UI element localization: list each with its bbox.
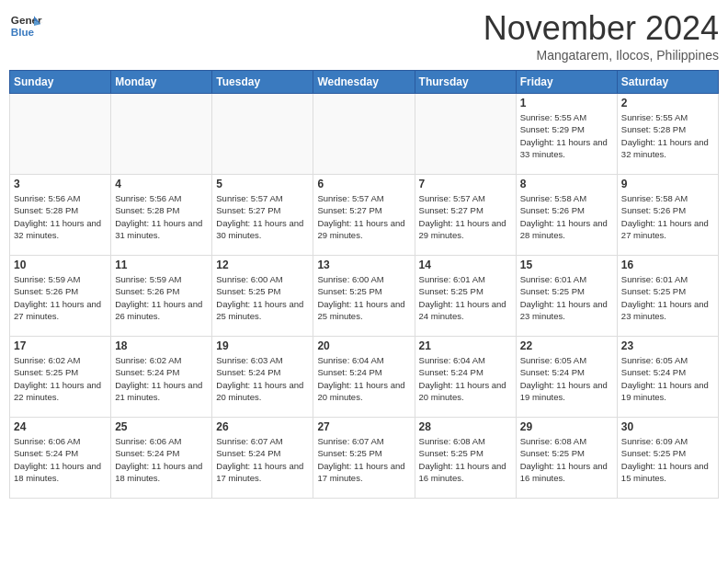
calendar-cell: 14Sunrise: 6:01 AMSunset: 5:25 PMDayligh… <box>415 256 516 337</box>
day-number: 10 <box>14 259 107 271</box>
day-number: 28 <box>419 420 512 433</box>
weekday-header: Tuesday <box>212 71 313 94</box>
day-info: Sunrise: 6:05 AMSunset: 5:24 PMDaylight:… <box>621 354 714 403</box>
day-info: Sunrise: 5:58 AMSunset: 5:26 PMDaylight:… <box>520 192 613 241</box>
calendar-cell: 30Sunrise: 6:09 AMSunset: 5:25 PMDayligh… <box>617 418 718 499</box>
logo-icon: General Blue <box>9 9 42 42</box>
day-number: 25 <box>115 420 208 433</box>
day-info: Sunrise: 5:56 AMSunset: 5:28 PMDaylight:… <box>14 192 107 241</box>
day-info: Sunrise: 5:58 AMSunset: 5:26 PMDaylight:… <box>621 192 714 241</box>
calendar-table: SundayMondayTuesdayWednesdayThursdayFrid… <box>9 70 719 499</box>
day-info: Sunrise: 6:09 AMSunset: 5:25 PMDaylight:… <box>621 435 714 484</box>
calendar-cell: 11Sunrise: 5:59 AMSunset: 5:26 PMDayligh… <box>111 256 212 337</box>
day-number: 11 <box>115 259 208 271</box>
calendar-cell: 19Sunrise: 6:03 AMSunset: 5:24 PMDayligh… <box>212 337 313 418</box>
day-number: 23 <box>621 339 714 352</box>
month-title: November 2024 <box>483 9 719 48</box>
weekday-header: Friday <box>516 71 617 94</box>
day-number: 4 <box>115 178 208 190</box>
day-number: 21 <box>419 339 512 352</box>
day-number: 18 <box>115 339 208 352</box>
day-info: Sunrise: 6:02 AMSunset: 5:25 PMDaylight:… <box>14 354 107 403</box>
calendar-week-row: 3Sunrise: 5:56 AMSunset: 5:28 PMDaylight… <box>10 175 719 256</box>
calendar-cell: 4Sunrise: 5:56 AMSunset: 5:28 PMDaylight… <box>111 175 212 256</box>
calendar-cell: 21Sunrise: 6:04 AMSunset: 5:24 PMDayligh… <box>415 337 516 418</box>
calendar-cell: 18Sunrise: 6:02 AMSunset: 5:24 PMDayligh… <box>111 337 212 418</box>
day-number: 20 <box>317 339 410 352</box>
calendar-week-row: 24Sunrise: 6:06 AMSunset: 5:24 PMDayligh… <box>10 418 719 499</box>
day-info: Sunrise: 6:02 AMSunset: 5:24 PMDaylight:… <box>115 354 208 403</box>
location: Mangatarem, Ilocos, Philippines <box>483 48 719 63</box>
day-number: 1 <box>520 97 613 109</box>
calendar-cell: 3Sunrise: 5:56 AMSunset: 5:28 PMDaylight… <box>10 175 111 256</box>
day-info: Sunrise: 6:04 AMSunset: 5:24 PMDaylight:… <box>419 354 512 403</box>
calendar-cell <box>111 94 212 175</box>
calendar-cell: 29Sunrise: 6:08 AMSunset: 5:25 PMDayligh… <box>516 418 617 499</box>
calendar-cell: 16Sunrise: 6:01 AMSunset: 5:25 PMDayligh… <box>617 256 718 337</box>
weekday-header: Sunday <box>10 71 111 94</box>
calendar-cell <box>313 94 415 175</box>
calendar-cell: 20Sunrise: 6:04 AMSunset: 5:24 PMDayligh… <box>313 337 415 418</box>
calendar-cell: 8Sunrise: 5:58 AMSunset: 5:26 PMDaylight… <box>516 175 617 256</box>
calendar-week-row: 1Sunrise: 5:55 AMSunset: 5:29 PMDaylight… <box>10 94 719 175</box>
day-info: Sunrise: 6:08 AMSunset: 5:25 PMDaylight:… <box>520 435 613 484</box>
calendar-cell: 25Sunrise: 6:06 AMSunset: 5:24 PMDayligh… <box>111 418 212 499</box>
day-info: Sunrise: 5:55 AMSunset: 5:29 PMDaylight:… <box>520 111 613 160</box>
day-info: Sunrise: 6:00 AMSunset: 5:25 PMDaylight:… <box>216 273 309 322</box>
calendar-cell: 10Sunrise: 5:59 AMSunset: 5:26 PMDayligh… <box>10 256 111 337</box>
day-info: Sunrise: 5:59 AMSunset: 5:26 PMDaylight:… <box>14 273 107 322</box>
calendar-cell: 26Sunrise: 6:07 AMSunset: 5:24 PMDayligh… <box>212 418 313 499</box>
calendar-cell: 28Sunrise: 6:08 AMSunset: 5:25 PMDayligh… <box>415 418 516 499</box>
day-info: Sunrise: 5:57 AMSunset: 5:27 PMDaylight:… <box>419 192 512 241</box>
day-number: 29 <box>520 420 613 433</box>
day-info: Sunrise: 6:08 AMSunset: 5:25 PMDaylight:… <box>419 435 512 484</box>
logo: General Blue <box>9 9 42 42</box>
calendar-cell: 1Sunrise: 5:55 AMSunset: 5:29 PMDaylight… <box>516 94 617 175</box>
day-info: Sunrise: 6:01 AMSunset: 5:25 PMDaylight:… <box>520 273 613 322</box>
calendar-week-row: 17Sunrise: 6:02 AMSunset: 5:25 PMDayligh… <box>10 337 719 418</box>
calendar-cell: 9Sunrise: 5:58 AMSunset: 5:26 PMDaylight… <box>617 175 718 256</box>
calendar-cell: 22Sunrise: 6:05 AMSunset: 5:24 PMDayligh… <box>516 337 617 418</box>
calendar-cell: 2Sunrise: 5:55 AMSunset: 5:28 PMDaylight… <box>617 94 718 175</box>
day-number: 30 <box>621 420 714 433</box>
calendar-cell: 12Sunrise: 6:00 AMSunset: 5:25 PMDayligh… <box>212 256 313 337</box>
day-number: 27 <box>317 420 410 433</box>
calendar-cell: 27Sunrise: 6:07 AMSunset: 5:25 PMDayligh… <box>313 418 415 499</box>
calendar-cell: 5Sunrise: 5:57 AMSunset: 5:27 PMDaylight… <box>212 175 313 256</box>
day-info: Sunrise: 6:07 AMSunset: 5:24 PMDaylight:… <box>216 435 309 484</box>
weekday-header: Monday <box>111 71 212 94</box>
page-header: General Blue November 2024 Mangatarem, I… <box>9 9 719 63</box>
day-number: 17 <box>14 339 107 352</box>
day-info: Sunrise: 6:01 AMSunset: 5:25 PMDaylight:… <box>621 273 714 322</box>
weekday-header: Saturday <box>617 71 718 94</box>
day-number: 15 <box>520 259 613 271</box>
day-info: Sunrise: 5:57 AMSunset: 5:27 PMDaylight:… <box>317 192 410 241</box>
calendar-cell: 17Sunrise: 6:02 AMSunset: 5:25 PMDayligh… <box>10 337 111 418</box>
day-info: Sunrise: 6:00 AMSunset: 5:25 PMDaylight:… <box>317 273 410 322</box>
day-info: Sunrise: 6:01 AMSunset: 5:25 PMDaylight:… <box>419 273 512 322</box>
calendar-cell <box>415 94 516 175</box>
day-number: 2 <box>621 97 714 109</box>
day-number: 22 <box>520 339 613 352</box>
title-block: November 2024 Mangatarem, Ilocos, Philip… <box>483 9 719 63</box>
svg-text:Blue: Blue <box>11 26 35 38</box>
weekday-header: Wednesday <box>313 71 415 94</box>
day-number: 9 <box>621 178 714 190</box>
weekday-header: Thursday <box>415 71 516 94</box>
calendar-cell: 24Sunrise: 6:06 AMSunset: 5:24 PMDayligh… <box>10 418 111 499</box>
calendar-cell: 6Sunrise: 5:57 AMSunset: 5:27 PMDaylight… <box>313 175 415 256</box>
day-number: 26 <box>216 420 309 433</box>
day-info: Sunrise: 5:57 AMSunset: 5:27 PMDaylight:… <box>216 192 309 241</box>
day-info: Sunrise: 6:06 AMSunset: 5:24 PMDaylight:… <box>14 435 107 484</box>
day-info: Sunrise: 5:59 AMSunset: 5:26 PMDaylight:… <box>115 273 208 322</box>
day-number: 19 <box>216 339 309 352</box>
day-info: Sunrise: 6:07 AMSunset: 5:25 PMDaylight:… <box>317 435 410 484</box>
day-info: Sunrise: 6:04 AMSunset: 5:24 PMDaylight:… <box>317 354 410 403</box>
day-info: Sunrise: 5:55 AMSunset: 5:28 PMDaylight:… <box>621 111 714 160</box>
day-number: 7 <box>419 178 512 190</box>
calendar-cell: 23Sunrise: 6:05 AMSunset: 5:24 PMDayligh… <box>617 337 718 418</box>
day-number: 8 <box>520 178 613 190</box>
calendar-cell: 7Sunrise: 5:57 AMSunset: 5:27 PMDaylight… <box>415 175 516 256</box>
calendar-cell: 15Sunrise: 6:01 AMSunset: 5:25 PMDayligh… <box>516 256 617 337</box>
calendar-cell <box>10 94 111 175</box>
